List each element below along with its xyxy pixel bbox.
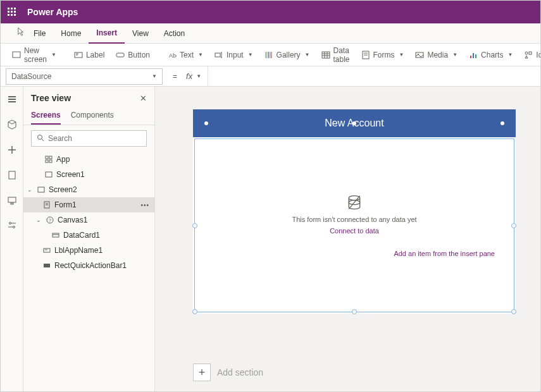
tree-node-label: DataCard1 <box>63 231 100 240</box>
svg-rect-1 <box>11 8 13 9</box>
ribbon-icons-label: Icons <box>536 51 541 59</box>
ribbon-media[interactable]: Media ▼ <box>410 46 463 64</box>
tree-node-label: Screen2 <box>49 185 77 194</box>
more-icon[interactable]: ••• <box>140 202 149 209</box>
ribbon-forms[interactable]: Forms ▼ <box>356 46 409 64</box>
svg-rect-16 <box>265 52 267 58</box>
selection-handle[interactable] <box>511 223 516 228</box>
rail-settings-icon[interactable] <box>4 218 20 233</box>
svg-rect-53 <box>46 172 52 177</box>
selection-handle[interactable] <box>352 121 356 125</box>
tree-node-canvas1[interactable]: ⌄ ? Canvas1 <box>23 212 154 228</box>
svg-rect-13 <box>116 53 124 57</box>
rail-media-icon[interactable] <box>4 168 20 183</box>
canvas-area[interactable]: New Account This form isn't connected to… <box>155 87 540 391</box>
menu-file[interactable]: File <box>26 23 53 44</box>
svg-rect-18 <box>270 52 272 58</box>
formula-input[interactable] <box>208 66 540 86</box>
ribbon-icons[interactable]: Icons ▼ <box>519 46 541 64</box>
svg-rect-40 <box>9 171 15 179</box>
app-launcher-icon[interactable] <box>1 1 23 23</box>
ribbon-gallery[interactable]: Gallery ▼ <box>259 46 315 64</box>
selection-handle[interactable] <box>501 121 504 125</box>
svg-line-67 <box>349 195 360 209</box>
screen-preview[interactable]: New Account This form isn't connected to… <box>193 109 516 314</box>
selection-handle[interactable] <box>204 121 208 125</box>
ribbon-label-text: Label <box>86 51 104 59</box>
ribbon-datatable[interactable]: Data table <box>316 46 355 64</box>
tab-screens[interactable]: Screens <box>31 107 61 125</box>
form-icon <box>42 200 51 209</box>
svg-rect-17 <box>268 52 270 58</box>
fx-button[interactable]: fx ▼ <box>182 66 208 86</box>
ribbon-charts[interactable]: Charts ▼ <box>464 46 518 64</box>
add-item-link[interactable]: Add an item from the insert pane <box>394 250 495 257</box>
tree-node-label: Form1 <box>54 200 77 209</box>
rail-insert-icon[interactable] <box>4 142 20 157</box>
collapse-icon[interactable]: ⌄ <box>26 187 34 193</box>
svg-rect-52 <box>49 160 52 162</box>
input-icon <box>215 51 223 59</box>
connect-to-data-link[interactable]: Connect to data <box>330 227 379 235</box>
ribbon-text-label: Text <box>180 51 194 59</box>
svg-rect-60 <box>53 233 59 237</box>
property-selector[interactable]: DataSource ▼ <box>6 68 163 85</box>
tree-search-input[interactable] <box>48 134 143 143</box>
menu-action[interactable]: Action <box>156 23 192 44</box>
menu-home[interactable]: Home <box>53 23 89 44</box>
tree-title: Tree view <box>31 93 71 103</box>
main-area: Tree view ✕ Screens Components App Scree… <box>1 87 540 391</box>
rail-screen-icon[interactable] <box>4 193 20 208</box>
tree-node-label: LblAppName1 <box>54 246 103 255</box>
add-section-button[interactable]: + <box>193 364 211 381</box>
screen-icon <box>44 170 53 179</box>
tree-tabs: Screens Components <box>23 107 154 125</box>
chevron-down-icon: ▼ <box>51 52 56 58</box>
rail-data-icon[interactable] <box>4 117 20 132</box>
menu-view[interactable]: View <box>125 23 156 44</box>
button-icon <box>116 51 125 59</box>
label-icon <box>74 51 83 59</box>
form-control[interactable]: This form isn't connected to any data ye… <box>194 138 514 312</box>
tab-components[interactable]: Components <box>71 107 114 125</box>
ribbon-label[interactable]: Label <box>69 46 109 64</box>
svg-rect-6 <box>8 14 9 16</box>
close-icon[interactable]: ✕ <box>140 94 147 103</box>
text-icon: Abc <box>168 51 177 59</box>
tree-node-datacard1[interactable]: DataCard1 <box>23 228 154 243</box>
database-icon <box>345 194 363 212</box>
chevron-down-icon: ▼ <box>399 52 404 58</box>
add-section-bar: + Add section <box>193 362 516 383</box>
tree-node-screen2[interactable]: ⌄ Screen2 <box>23 182 154 197</box>
selection-handle[interactable] <box>192 223 197 228</box>
svg-rect-30 <box>473 53 474 58</box>
tree-node-form1[interactable]: Form1 ••• <box>23 197 154 212</box>
svg-rect-27 <box>416 52 423 58</box>
ribbon-media-label: Media <box>427 51 448 59</box>
rail-tree-icon[interactable] <box>4 92 20 107</box>
svg-rect-50 <box>49 156 52 159</box>
tree-node-label: RectQuickActionBar1 <box>54 261 127 270</box>
ribbon-new-screen[interactable]: New screen ▼ <box>7 46 61 64</box>
menu-insert[interactable]: Insert <box>89 23 125 44</box>
svg-rect-49 <box>46 156 48 159</box>
ribbon-input[interactable]: Input ▼ <box>209 46 258 64</box>
tree-search[interactable] <box>31 130 147 147</box>
selection-handle[interactable] <box>192 309 197 314</box>
cursor-icon <box>17 27 26 36</box>
screen-header[interactable]: New Account <box>193 109 516 137</box>
collapse-icon[interactable]: ⌄ <box>35 217 42 223</box>
ribbon-button[interactable]: Button <box>111 46 155 64</box>
selection-handle[interactable] <box>511 309 516 314</box>
tree-node-screen1[interactable]: Screen1 <box>23 167 154 182</box>
tree-node-app[interactable]: App <box>23 152 154 167</box>
selection-handle[interactable] <box>352 309 357 314</box>
title-bar: Power Apps <box>1 1 540 23</box>
ribbon-button-text: Button <box>128 51 150 59</box>
ribbon-text[interactable]: Abc Text ▼ <box>163 46 208 64</box>
tree-node-lblappname1[interactable]: LblAppName1 <box>23 243 154 258</box>
tree-node-label: Screen1 <box>56 170 85 179</box>
tree-node-rectquick1[interactable]: RectQuickActionBar1 <box>23 258 154 273</box>
gallery-icon <box>264 51 273 59</box>
label-icon <box>42 246 51 255</box>
